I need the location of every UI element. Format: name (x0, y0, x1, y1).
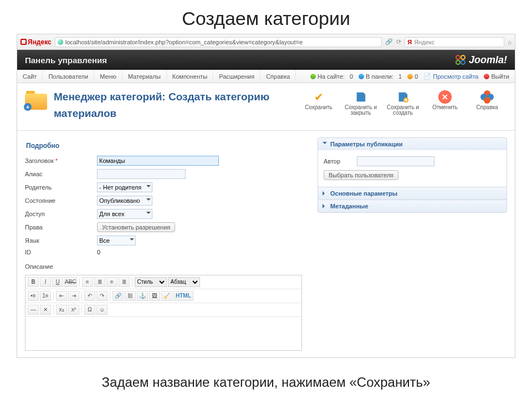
logout-icon (484, 74, 489, 79)
browser-frame: Яндекс localhost/site/administrator/inde… (17, 34, 515, 358)
admin-header: Панель управления Joomla! (17, 50, 515, 70)
access-select[interactable]: Для всех (97, 209, 152, 219)
ed-ul[interactable]: •≡ (28, 291, 39, 301)
link-icon[interactable]: 🔗 (385, 38, 393, 45)
check-icon (312, 90, 325, 104)
title-input[interactable] (97, 156, 219, 166)
ed-indent[interactable]: ⇥ (68, 291, 79, 301)
toolbar: Сохранить Сохранить и закрыть Сохранить … (299, 89, 507, 117)
panel-publication[interactable]: Параметры публикации (318, 138, 507, 150)
desc-label: Описание (25, 263, 97, 270)
lang-select[interactable]: Все (97, 236, 136, 245)
ed-removefmt[interactable]: ✕ (40, 305, 51, 315)
ed-html[interactable]: HTML (173, 291, 193, 301)
logout-link[interactable]: Выйти (484, 73, 509, 80)
chevron-right-icon (323, 204, 327, 208)
mail-icon (407, 74, 413, 79)
ed-sup[interactable]: x² (68, 305, 79, 315)
state-label: Состояние (25, 197, 97, 204)
menu-menus[interactable]: Меню (94, 70, 122, 83)
page-title: Менеджер категорий: Создать категорию ма… (54, 89, 292, 122)
joomla-logo: Joomla! (456, 54, 507, 66)
author-label: Автор (324, 158, 357, 165)
menubar-left: Сайт Пользователи Меню Материалы Компоне… (17, 70, 296, 83)
panel-basic[interactable]: Основные параметры (318, 187, 507, 200)
ed-sub[interactable]: x₂ (56, 305, 67, 315)
fieldset-legend: Подробно (25, 140, 308, 154)
form-column: Подробно Заголовок * Алиас Родитель - Не… (25, 137, 308, 351)
alias-input[interactable] (97, 169, 186, 179)
ed-link[interactable]: 🔗 (112, 291, 124, 301)
status-msgs[interactable]: 0 (407, 73, 418, 80)
menu-content[interactable]: Материалы (122, 70, 167, 83)
floppy-plus-icon (396, 90, 410, 104)
ed-undo[interactable]: ↶ (84, 291, 95, 301)
ed-bold[interactable]: B (28, 277, 39, 287)
ed-hr[interactable]: — (28, 305, 39, 315)
chevron-right-icon (323, 191, 327, 196)
help-icon (480, 90, 494, 104)
author-input[interactable] (357, 156, 434, 166)
editor-body[interactable] (25, 317, 301, 350)
ed-paragraph-select[interactable]: Абзац (168, 277, 200, 287)
ed-italic[interactable]: I (40, 277, 51, 287)
save-close-button[interactable]: Сохранить и закрыть (341, 89, 381, 117)
side-panels: Параметры публикации Автор Выбрать польз… (318, 137, 507, 351)
menu-components[interactable]: Компоненты (167, 70, 213, 83)
status-onsite: На сайте: 0 (310, 73, 353, 80)
perms-label: Права (25, 224, 97, 231)
preview-site-link[interactable]: 📄Просмотр сайта (423, 73, 478, 80)
menu-users[interactable]: Пользователи (43, 70, 94, 83)
status-inpanel: В панели: 1 (359, 73, 402, 80)
save-button[interactable]: Сохранить (299, 89, 339, 117)
ed-image[interactable]: 🖼 (149, 291, 160, 301)
address-bar: Яндекс localhost/site/administrator/inde… (17, 34, 515, 50)
ed-align-center[interactable]: ≣ (94, 277, 105, 287)
joomla-swirl-icon (456, 55, 466, 65)
select-user-button[interactable]: Выбрать пользователя (324, 170, 398, 180)
id-label: ID (25, 249, 97, 255)
set-permissions-button[interactable]: Установить разрешения (97, 222, 175, 232)
menubar: Сайт Пользователи Меню Материалы Компоне… (17, 70, 515, 83)
reload-icon[interactable]: ⟳ (396, 38, 401, 45)
search-input[interactable]: ЯЯндекс (405, 37, 504, 47)
ed-align-left[interactable]: ≡ (82, 277, 93, 287)
ed-strike[interactable]: ABC (64, 277, 77, 287)
ed-outdent[interactable]: ⇤ (56, 291, 67, 301)
floppy-icon (354, 90, 367, 104)
ed-redo[interactable]: ↷ (96, 291, 108, 301)
ed-align-right[interactable]: ≡ (106, 277, 117, 287)
panel-title: Панель управления (25, 55, 107, 65)
ed-anchor[interactable]: ⚓ (137, 291, 148, 301)
ed-char[interactable]: Ω (84, 305, 95, 315)
chevron-down-icon (323, 142, 327, 146)
menu-help[interactable]: Справка (260, 70, 296, 83)
help-button[interactable]: Справка (467, 89, 507, 117)
menu-site[interactable]: Сайт (17, 70, 43, 83)
url-input[interactable]: localhost/site/administrator/index.php?o… (55, 37, 382, 47)
ed-clean[interactable]: 🧹 (161, 291, 172, 301)
ed-underline[interactable]: U (52, 277, 63, 287)
panel-meta[interactable]: Метаданные (318, 200, 507, 212)
ed-emoji[interactable]: ☺ (96, 305, 108, 315)
user-blue-icon (359, 74, 364, 79)
page-header: + Менеджер категорий: Создать категорию … (17, 83, 515, 131)
ed-ol[interactable]: 1≡ (40, 291, 51, 301)
parent-label: Родитель (25, 184, 97, 191)
home-icon[interactable]: ⌂ (508, 39, 511, 45)
slide-caption: Задаем название категории, нажимаем «Сох… (0, 369, 532, 396)
title-label: Заголовок * (25, 157, 97, 164)
save-new-button[interactable]: Сохранить и создать (383, 89, 423, 117)
cancel-button[interactable]: ✕ Отменить (425, 89, 465, 117)
ed-align-justify[interactable]: ≣ (119, 277, 130, 287)
menubar-right: На сайте: 0 В панели: 1 0 📄Просмотр сайт… (310, 73, 515, 80)
state-select[interactable]: Опубликовано (97, 196, 152, 206)
ed-unlink[interactable]: ⛓ (125, 291, 136, 301)
cancel-icon: ✕ (438, 90, 452, 104)
id-value: 0 (97, 249, 100, 255)
slide-title: Создаем категории (0, 0, 532, 34)
menu-extensions[interactable]: Расширения (213, 70, 260, 83)
ed-style-select[interactable]: Стиль (135, 277, 167, 287)
yandex-logo: Яндекс (21, 38, 52, 46)
parent-select[interactable]: - Нет родителя - (97, 182, 152, 192)
